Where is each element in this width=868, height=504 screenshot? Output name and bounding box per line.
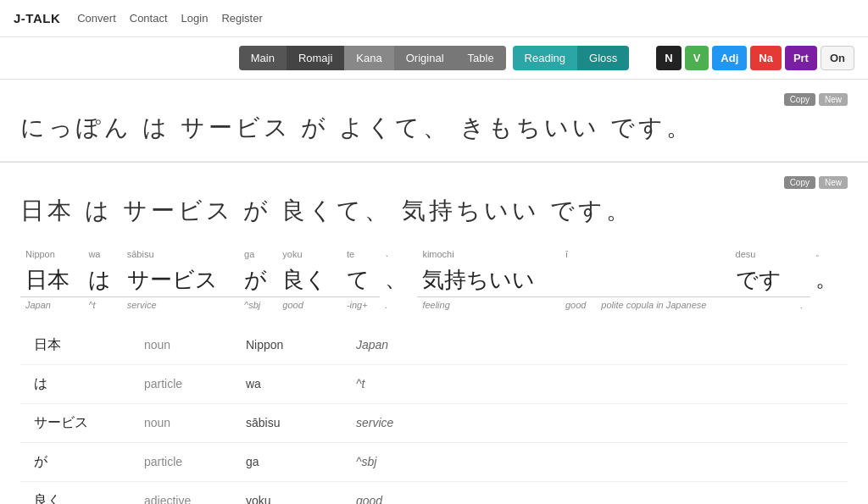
kanji-cell: サービス: [122, 262, 239, 296]
word-kanji: が: [20, 442, 131, 481]
romaji-cell: yoku: [277, 244, 342, 262]
copy-row-1: Copy New: [20, 93, 848, 106]
nav-login[interactable]: Login: [181, 12, 209, 25]
word-romaji: wa: [232, 364, 342, 403]
romaji-cell: [596, 244, 730, 262]
gloss-cell: .: [380, 296, 417, 313]
word-row: がparticlega^sbj: [20, 442, 848, 481]
nav-links: Convert Contact Login Register: [77, 12, 263, 25]
kanji-cell: [795, 262, 810, 296]
word-gloss: ^t: [342, 364, 848, 403]
pos-na-btn[interactable]: Na: [750, 46, 782, 70]
romaji-cell: Nippon: [20, 244, 83, 262]
gloss-cell: good: [560, 296, 596, 313]
new-button-1[interactable]: New: [819, 93, 848, 106]
word-pos: noun: [131, 403, 232, 442]
romaji-cell: sābisu: [122, 244, 239, 262]
tab-romaji[interactable]: Romaji: [287, 46, 344, 70]
kanji-cell: 良く: [277, 262, 342, 296]
tab-reading[interactable]: Reading: [513, 46, 577, 70]
romaji-cell: [795, 244, 810, 262]
gloss-cell: feeling: [417, 296, 560, 313]
word-row: はparticlewa^t: [20, 364, 848, 403]
gloss-cell: [731, 296, 796, 313]
pos-noun-btn[interactable]: N: [656, 46, 681, 70]
gloss-cell: ^t: [83, 296, 121, 313]
kanji-cell: [560, 262, 596, 296]
word-pos: noun: [131, 326, 232, 365]
romaji-cell: ga: [239, 244, 277, 262]
gloss-cell: good: [277, 296, 342, 313]
word-row: 日本nounNipponJapan: [20, 326, 848, 365]
word-pos: particle: [131, 364, 232, 403]
copy-button-2[interactable]: Copy: [784, 176, 815, 189]
pos-prt-btn[interactable]: Prt: [785, 46, 817, 70]
hiragana-section: Copy New にっぽん は サービス が よくて、 きもちいい です。: [0, 80, 868, 162]
kanji-cell: て: [342, 262, 380, 296]
word-kanji: 日本: [20, 326, 131, 365]
word-kanji: 良く: [20, 481, 131, 504]
word-pos: particle: [131, 442, 232, 481]
copy-button-1[interactable]: Copy: [784, 93, 815, 106]
pos-adj-btn[interactable]: Adj: [712, 46, 747, 70]
word-romaji: Nippon: [232, 326, 342, 365]
word-gloss: Japan: [342, 326, 848, 365]
word-row: サービスnounsābisuservice: [20, 403, 848, 442]
word-table: 日本nounNipponJapanはparticlewa^tサービスnounsā…: [20, 326, 848, 504]
kanji-cell: 。: [810, 262, 848, 296]
kanji-cell: 日本: [20, 262, 83, 296]
romaji-cell: desu: [731, 244, 796, 262]
kanji-cell: が: [239, 262, 277, 296]
gloss-cell: service: [122, 296, 239, 313]
reading-table: Nipponwasābisugayokute、kimochiīdesu。日本はサ…: [20, 244, 848, 313]
brand-logo[interactable]: J-TALK: [14, 11, 60, 25]
romaji-cell: ī: [560, 244, 596, 262]
gloss-cell: -ing+: [342, 296, 380, 313]
word-romaji: sābisu: [232, 403, 342, 442]
kanji-sentence: 日本 は サービス が 良くて、 気持ちいい です。: [20, 194, 848, 227]
word-pos: adjective: [131, 481, 232, 504]
romaji-cell: 。: [810, 244, 848, 262]
word-gloss: good: [342, 481, 848, 504]
gloss-cell: Japan: [20, 296, 83, 313]
gloss-cell: polite copula in Japanese: [596, 296, 730, 313]
gloss-cell: ^sbj: [239, 296, 277, 313]
pos-on-btn[interactable]: On: [821, 46, 854, 70]
kanji-cell: は: [83, 262, 121, 296]
nav-convert[interactable]: Convert: [77, 12, 116, 25]
word-gloss: service: [342, 403, 848, 442]
romaji-cell: te: [342, 244, 380, 262]
view-tab-group: Main Romaji Kana Original Table: [239, 46, 506, 70]
word-gloss: ^sbj: [342, 442, 848, 481]
top-bar: Main Romaji Kana Original Table Reading …: [0, 37, 868, 80]
new-button-2[interactable]: New: [819, 176, 848, 189]
copy-row-2: Copy New: [20, 176, 848, 189]
word-kanji: は: [20, 364, 131, 403]
kanji-cell: 、: [380, 262, 417, 296]
kanji-cell: です: [731, 262, 796, 296]
tab-original[interactable]: Original: [394, 46, 456, 70]
kanji-cell: 気持ちいい: [417, 262, 560, 296]
kanji-cell: [596, 262, 730, 296]
hiragana-sentence: にっぽん は サービス が よくて、 きもちいい です。: [20, 111, 848, 144]
word-romaji: ga: [232, 442, 342, 481]
kanji-section: Copy New 日本 は サービス が 良くて、 気持ちいい です。 Nipp…: [0, 163, 868, 504]
tab-table[interactable]: Table: [456, 46, 506, 70]
word-romaji: yoku: [232, 481, 342, 504]
romaji-cell: kimochi: [417, 244, 560, 262]
tab-gloss[interactable]: Gloss: [577, 46, 629, 70]
romaji-cell: wa: [83, 244, 121, 262]
tab-kana[interactable]: Kana: [344, 46, 393, 70]
nav-contact[interactable]: Contact: [130, 12, 168, 25]
romaji-cell: 、: [380, 244, 417, 262]
nav-register[interactable]: Register: [221, 12, 262, 25]
tab-main[interactable]: Main: [239, 46, 287, 70]
gloss-cell: [810, 296, 848, 313]
word-kanji: サービス: [20, 403, 131, 442]
word-row: 良くadjectiveyokugood: [20, 481, 848, 504]
pos-filter-group: N V Adj Na Prt On: [656, 46, 854, 70]
gloss-cell: .: [795, 296, 810, 313]
mode-tab-group: Reading Gloss: [513, 46, 630, 70]
navbar: J-TALK Convert Contact Login Register: [0, 0, 868, 37]
pos-verb-btn[interactable]: V: [685, 46, 709, 70]
